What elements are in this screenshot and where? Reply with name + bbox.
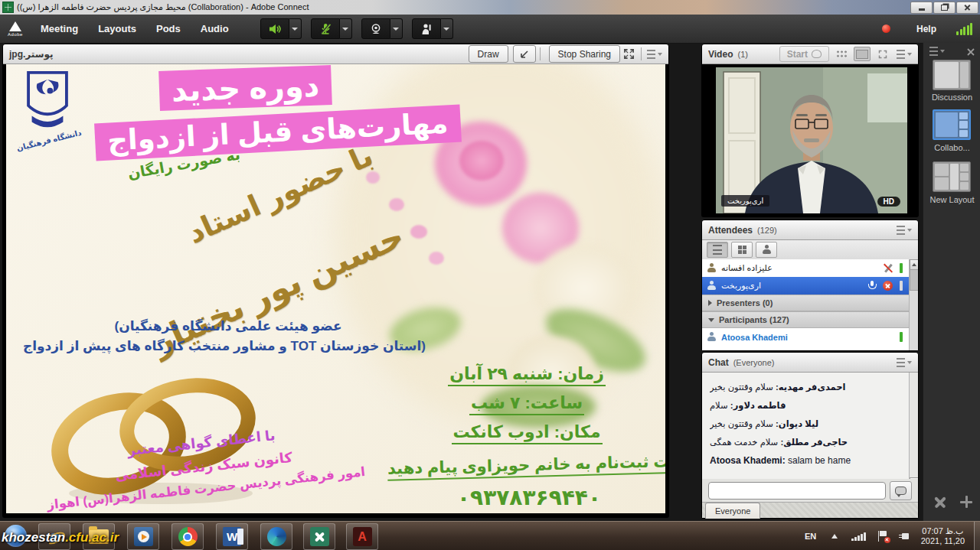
attendee-status-view-button[interactable]: [756, 242, 777, 258]
fullscreen-button[interactable]: [620, 47, 637, 62]
layout-discussion-label[interactable]: Discussion: [923, 93, 980, 102]
filmstrip-view-button[interactable]: [854, 47, 871, 61]
raise-hand-menu-caret[interactable]: [441, 18, 453, 39]
menu-audio[interactable]: Audio: [191, 15, 239, 43]
network-plug-icon[interactable]: [899, 532, 910, 541]
layouts-panel-menu[interactable]: [929, 47, 945, 56]
window-controls: [910, 2, 980, 14]
shared-poster-image: دانشگاه فرهنگیان دوره جدید مهارت‌های قبل…: [6, 64, 665, 513]
restore-button[interactable]: [933, 2, 956, 14]
microphone-button[interactable]: [311, 18, 340, 39]
layout-discussion-thumbnail[interactable]: [933, 60, 971, 90]
bud-decoration: [410, 225, 427, 239]
tray-signal-icon[interactable]: [851, 532, 866, 541]
chat-input[interactable]: [708, 482, 886, 500]
av-controls: [260, 18, 453, 39]
menu-layouts[interactable]: Layouts: [88, 15, 146, 43]
share-pod: پوستر.jpg Draw Stop Sharing: [3, 44, 668, 517]
drawing-disabled-icon: [883, 263, 893, 273]
farhangian-university-emblem-icon: [21, 69, 74, 130]
edge-icon: [267, 527, 286, 546]
fullscreen-arrows-icon: [878, 50, 887, 59]
blocked-icon: [883, 281, 893, 291]
chat-pod-title: Chat: [708, 357, 729, 368]
layouts-panel-close-icon[interactable]: [967, 45, 975, 53]
speaker-menu-caret[interactable]: [289, 18, 302, 39]
language-indicator[interactable]: EN: [805, 532, 816, 541]
university-logo: دانشگاه فرهنگیان: [14, 69, 87, 165]
attendees-count: (129): [757, 226, 777, 235]
taskbar-word[interactable]: W: [216, 523, 248, 550]
show-desktop-button[interactable]: [974, 522, 980, 550]
attendee-row-participant[interactable]: Atoosa Khademi: [702, 328, 918, 346]
word-icon: W: [223, 527, 241, 546]
attendees-pod-header: Attendees (129): [702, 220, 918, 240]
share-pod-options-menu[interactable]: [647, 50, 662, 59]
layout-collaboration-label[interactable]: Collabo...: [923, 143, 980, 152]
connection-status-icon[interactable]: [956, 23, 972, 35]
attendee-grid-view-button[interactable]: [731, 242, 753, 258]
webcam-menu-caret[interactable]: [390, 18, 403, 39]
start-webcam-button[interactable]: Start: [779, 46, 829, 62]
pointer-tool-button[interactable]: [513, 45, 536, 63]
connection-bar-icon: [900, 263, 903, 273]
attendees-pod-options-menu[interactable]: [897, 226, 912, 235]
taskbar-chrome[interactable]: [172, 523, 204, 550]
menu-meeting[interactable]: Meeting: [31, 15, 88, 43]
title-bar: (محیط مجازی پردیس حضرت فاطمه الزهرا (س) …: [0, 0, 980, 15]
bud-decoration: [389, 198, 404, 211]
chat-scope: (Everyone): [733, 358, 775, 367]
layouts-panel: Discussion Collabo... New Layout: [923, 43, 980, 521]
taskbar-clock[interactable]: ب.ظ 07:07 2021, 11,20: [921, 526, 965, 546]
help-menu[interactable]: Help: [916, 24, 936, 34]
taskbar-adobe-connect[interactable]: [303, 523, 335, 550]
layout-new-label[interactable]: New Layout: [923, 195, 980, 204]
microphone-menu-caret[interactable]: [340, 18, 352, 39]
draw-button[interactable]: Draw: [469, 45, 508, 63]
shared-filename: پوستر.jpg: [9, 49, 54, 60]
attendee-list-view-button[interactable]: [707, 242, 728, 258]
send-message-button[interactable]: [890, 481, 912, 500]
participants-section-header[interactable]: Participants (127): [702, 311, 918, 328]
attendee-row-host[interactable]: علیزاده افسانه: [702, 259, 918, 277]
poster-schedule: زمان: شنبه ۲۹ آبان ساعت: ۷ شب مکان: ادوب…: [435, 364, 619, 451]
adobe-connect-icon: [310, 527, 329, 546]
window-title: (محیط مجازی پردیس حضرت فاطمه الزهرا (س) …: [17, 2, 309, 12]
expanded-arrow-icon: [708, 318, 714, 322]
speech-bubble-icon: [895, 487, 906, 495]
taskbar-edge[interactable]: [260, 523, 292, 550]
raise-hand-button[interactable]: [412, 18, 441, 39]
hd-badge: HD: [877, 197, 900, 207]
video-pod-options-menu[interactable]: [897, 50, 912, 59]
action-center-flag-icon[interactable]: [878, 531, 888, 542]
hidden-icons-arrow[interactable]: [831, 534, 838, 539]
video-fullscreen-button[interactable]: [875, 47, 890, 60]
attendee-row-host-selected[interactable]: اری‌پوربخت: [702, 277, 918, 295]
presenters-section-header[interactable]: Presenters (0): [702, 295, 918, 311]
attendees-pod: Attendees (129) علیزاده افسانه اری‌: [702, 220, 918, 350]
webcam-button[interactable]: [361, 18, 390, 39]
menu-pods[interactable]: Pods: [146, 15, 191, 43]
stop-sharing-button[interactable]: Stop Sharing: [549, 45, 620, 63]
taskbar-acrobat[interactable]: A: [346, 523, 378, 550]
chat-tabs-bar: Everyone: [702, 502, 918, 518]
chat-message: احمدی‌فر مهدیه: سلام وقتتون بخیر: [710, 382, 901, 392]
attendees-scrollbar[interactable]: [909, 259, 918, 350]
tab-everyone[interactable]: Everyone: [705, 503, 760, 519]
layout-new-thumbnail[interactable]: [933, 161, 971, 192]
chat-message: Atoosa Khademi: salam be hame: [710, 455, 901, 466]
watermark: khozestan.cfu.ac.ir: [2, 530, 119, 545]
chat-scrollbar[interactable]: [909, 373, 918, 488]
chat-message-list: احمدی‌فر مهدیه: سلام وقتتون بخیر فاطمه د…: [702, 373, 918, 488]
layout-collaboration-thumbnail[interactable]: [933, 109, 971, 140]
speaker-icon: [268, 22, 282, 36]
grid-view-button[interactable]: [834, 47, 849, 60]
windows-taskbar: khozestan.cfu.ac.ir e W A EN: [0, 521, 980, 550]
chat-pod-options-menu[interactable]: [897, 358, 912, 367]
poster-credential-line1: (عضو هیئت علمی دانشگاه فرهنگیان: [60, 318, 397, 334]
taskbar-media-player[interactable]: [127, 523, 159, 550]
minimize-button[interactable]: [910, 2, 933, 14]
close-button[interactable]: [956, 2, 978, 14]
video-speaker-nametag: اری‌پوربخت: [721, 195, 769, 207]
speaker-button[interactable]: [260, 18, 289, 39]
